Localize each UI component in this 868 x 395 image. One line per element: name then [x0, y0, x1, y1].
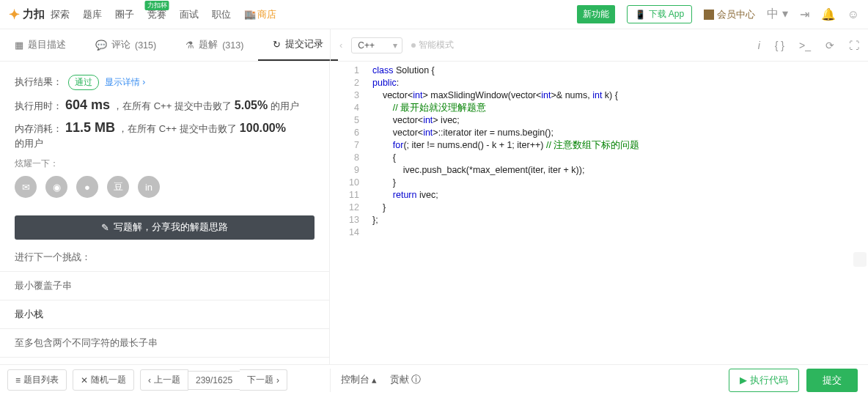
top-nav: ✦ 力扣 探索 题库 圈子 力扣杯 竞赛 面试 职位 🏬 商店 新功能 📱 下载…	[0, 0, 868, 29]
prev-problem-button[interactable]: ‹上一题	[140, 369, 188, 391]
doc-icon: ▦	[15, 40, 23, 51]
challenge-item[interactable]: 最小栈	[0, 300, 329, 328]
nav-circle[interactable]: 圈子	[115, 8, 134, 21]
brand-name: 力扣	[23, 7, 45, 21]
submit-button[interactable]: 提交	[806, 369, 858, 392]
bell-icon[interactable]: 🔔	[821, 7, 836, 21]
member-icon	[704, 10, 714, 20]
member-center-link[interactable]: 会员中心	[704, 8, 755, 21]
tab-submissions[interactable]: ↻提交记录	[258, 29, 338, 61]
tabs-row: ▦题目描述 💬评论(315) ⚗题解(313) ↻提交记录 ‹ C++ 智能模式…	[0, 29, 868, 62]
tab-discuss[interactable]: 💬评论(315)	[81, 29, 171, 61]
download-app-label: 下载 App	[649, 8, 685, 21]
tab-solution[interactable]: ⚗题解(313)	[171, 29, 258, 61]
bottom-bar: ≡题目列表 ✕随机一题 ‹上一题 239/1625 下一题› 控制台 ▴ 贡献 …	[0, 364, 868, 395]
nav-contest[interactable]: 力扣杯 竞赛	[147, 8, 166, 21]
terminal-icon[interactable]: >_	[799, 40, 811, 51]
nav-store[interactable]: 🏬 商店	[244, 8, 276, 21]
pen-icon: ✎	[101, 222, 109, 233]
info-icon: ⓘ	[411, 374, 421, 385]
left-pane[interactable]: 执行结果： 通过 显示详情 › 执行用时： 604 ms ，在所有 C++ 提交…	[0, 62, 330, 364]
next-problem-button[interactable]: 下一题›	[240, 369, 287, 391]
write-solution-button[interactable]: ✎ 写题解，分享我的解题思路	[15, 215, 315, 240]
show-detail-link[interactable]: 显示详情 ›	[105, 76, 145, 89]
runtime-label: 执行用时：	[15, 100, 62, 113]
challenge-list: 最小覆盖子串 最小栈 至多包含两个不同字符的最长子串 粉刷房子 II	[0, 271, 329, 364]
history-icon: ↻	[273, 39, 281, 50]
fullscreen-icon[interactable]: ⛶	[849, 40, 859, 51]
chevron-up-icon: ▴	[372, 374, 377, 385]
bottom-right: 控制台 ▴ 贡献 ⓘ ▶执行代码 提交	[330, 369, 868, 392]
share-qq-icon[interactable]: ●	[76, 176, 98, 198]
nav-jobs[interactable]: 职位	[212, 8, 231, 21]
download-app-button[interactable]: 📱 下载 App	[627, 5, 693, 23]
runtime-percentile: 5.05%	[235, 99, 268, 112]
next-challenge-label: 进行下一个挑战：	[0, 251, 329, 271]
contribute-link[interactable]: 贡献 ⓘ	[390, 374, 421, 386]
smart-mode-toggle[interactable]: 智能模式	[411, 39, 454, 51]
memory-value: 11.5 MB	[65, 120, 115, 136]
nav-interview[interactable]: 面试	[180, 8, 199, 21]
result-label: 执行结果：	[15, 75, 62, 89]
share-wechat-icon[interactable]: ✉	[15, 176, 37, 198]
pager-group: ‹上一题 239/1625 下一题›	[140, 369, 287, 391]
language-switch[interactable]: 中 ▾	[767, 7, 787, 22]
topnav-right: 新功能 📱 下载 App 会员中心 中 ▾ ⇥ 🔔 ☺	[577, 5, 859, 23]
code-area[interactable]: class Solution {public: vector<int> maxS…	[364, 62, 868, 364]
member-label: 会员中心	[717, 8, 755, 21]
runtime-value: 604 ms	[65, 97, 110, 113]
braces-icon[interactable]: { }	[775, 40, 784, 51]
new-feature-badge[interactable]: 新功能	[577, 5, 615, 23]
login-icon[interactable]: ⇥	[800, 7, 809, 21]
nav-store-label: 商店	[257, 8, 276, 21]
list-icon: ≡	[15, 375, 21, 385]
problem-tabs: ▦题目描述 💬评论(315) ⚗题解(313) ↻提交记录	[0, 29, 330, 61]
nav-problems[interactable]: 题库	[83, 8, 102, 21]
phone-icon: 📱	[635, 10, 646, 20]
main: 执行结果： 通过 显示详情 › 执行用时： 604 ms ，在所有 C++ 提交…	[0, 62, 868, 364]
comment-icon: 💬	[95, 40, 107, 51]
pager-text: 239/1625	[188, 371, 240, 390]
run-code-button[interactable]: ▶执行代码	[729, 369, 799, 392]
editor-toolbar-right: i { } >_ ⟳ ⛶	[758, 40, 859, 51]
share-icons: ✉ ◉ ● 豆 in	[15, 176, 315, 198]
tab-description[interactable]: ▦题目描述	[0, 29, 81, 61]
share-label: 炫耀一下：	[15, 158, 315, 170]
result-block: 执行结果： 通过 显示详情 › 执行用时： 604 ms ，在所有 C++ 提交…	[0, 62, 329, 215]
contest-badge: 力扣杯	[145, 1, 169, 10]
shuffle-icon: ✕	[81, 375, 88, 385]
nav-items: 探索 题库 圈子 力扣杯 竞赛 面试 职位 🏬 商店	[51, 8, 276, 21]
store-icon: 🏬	[244, 9, 256, 20]
logo-icon: ✦	[9, 7, 20, 23]
challenge-item[interactable]: 最小覆盖子串	[0, 271, 329, 300]
reset-icon[interactable]: ⟳	[825, 40, 834, 51]
editor-toolbar: ‹ C++ 智能模式 i { } >_ ⟳ ⛶	[330, 29, 868, 61]
challenge-item[interactable]: 粉刷房子 II	[0, 357, 329, 364]
flask-icon: ⚗	[185, 40, 194, 51]
nav-contest-label: 竞赛	[147, 9, 166, 20]
memory-label: 内存消耗：	[15, 122, 62, 136]
console-toggle[interactable]: 控制台 ▴	[341, 374, 377, 386]
code-editor[interactable]: 1234567891011121314 class Solution {publ…	[330, 62, 868, 364]
challenge-item[interactable]: 至多包含两个不同字符的最长子串	[0, 328, 329, 357]
share-douban-icon[interactable]: 豆	[107, 176, 129, 198]
nav-explore[interactable]: 探索	[51, 8, 70, 21]
line-gutter: 1234567891011121314	[330, 62, 364, 364]
random-problem-button[interactable]: ✕随机一题	[73, 369, 134, 391]
chevron-left-icon: ‹	[148, 375, 151, 385]
info-icon[interactable]: i	[758, 40, 760, 51]
language-select[interactable]: C++	[351, 37, 402, 53]
play-icon: ▶	[740, 374, 747, 385]
status-badge: 通过	[68, 75, 99, 90]
share-linkedin-icon[interactable]: in	[138, 176, 160, 198]
avatar-icon[interactable]: ☺	[847, 8, 859, 21]
memory-percentile: 100.00%	[240, 122, 286, 135]
share-weibo-icon[interactable]: ◉	[45, 176, 67, 198]
brand-logo[interactable]: ✦ 力扣	[9, 7, 45, 23]
bottom-left: ≡题目列表 ✕随机一题 ‹上一题 239/1625 下一题›	[0, 369, 330, 391]
editor-overview-ruler	[853, 252, 867, 267]
problem-list-button[interactable]: ≡题目列表	[7, 369, 67, 391]
chevron-right-icon: ›	[276, 375, 279, 385]
